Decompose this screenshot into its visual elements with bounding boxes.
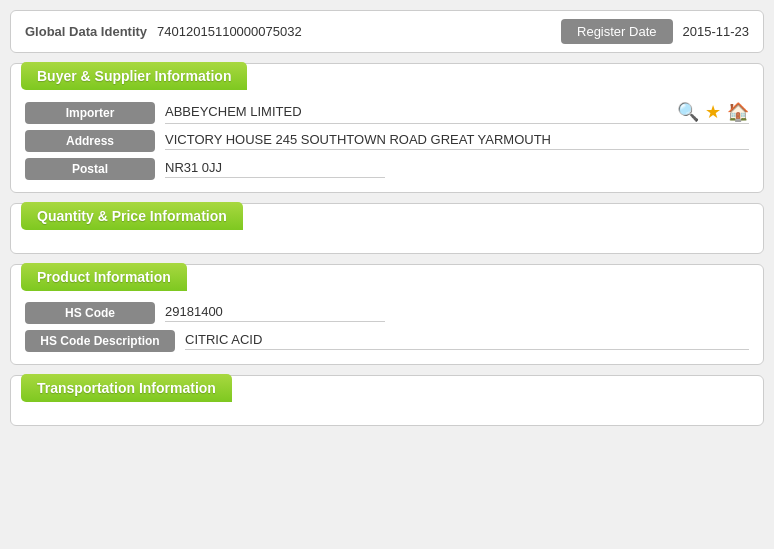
address-value: VICTORY HOUSE 245 SOUTHTOWN ROAD GREAT Y… — [165, 132, 749, 150]
hs-code-desc-value: CITRIC ACID — [185, 332, 749, 350]
hs-code-label: HS Code — [25, 302, 155, 324]
search-icon[interactable]: 🔍 — [677, 101, 699, 123]
hs-code-desc-label: HS Code Description — [25, 330, 175, 352]
transportation-title: Transportation Information — [37, 380, 216, 396]
page-wrapper: Global Data Identity 7401201511000007503… — [10, 10, 764, 426]
global-bar: Global Data Identity 7401201511000007503… — [10, 10, 764, 53]
global-data-label: Global Data Identity — [25, 24, 147, 39]
quantity-price-title: Quantity & Price Information — [37, 208, 227, 224]
quantity-price-section: Quantity & Price Information — [10, 203, 764, 254]
postal-label: Postal — [25, 158, 155, 180]
transportation-header: Transportation Information — [21, 374, 232, 402]
register-date-value: 2015-11-23 — [683, 24, 750, 39]
buyer-supplier-title: Buyer & Supplier Information — [37, 68, 231, 84]
transportation-tab: Transportation Information — [11, 376, 763, 403]
hs-code-value: 29181400 — [165, 304, 385, 322]
quantity-price-tab: Quantity & Price Information — [11, 204, 763, 231]
product-header: Product Information — [21, 263, 187, 291]
house-icon[interactable]: 🏠 — [727, 101, 749, 123]
quantity-price-header: Quantity & Price Information — [21, 202, 243, 230]
action-icons: 🔍 ★ 🏠 — [677, 101, 749, 123]
product-title: Product Information — [37, 269, 171, 285]
importer-label: Importer — [25, 102, 155, 124]
transportation-section: Transportation Information — [10, 375, 764, 426]
postal-row: Postal NR31 0JJ — [25, 158, 749, 180]
buyer-supplier-tab: Buyer & Supplier Information — [11, 64, 763, 91]
importer-row: Importer ABBEYCHEM LIMITED 🔍 ★ 🏠 — [25, 101, 749, 124]
address-label: Address — [25, 130, 155, 152]
register-date-button[interactable]: Register Date — [561, 19, 672, 44]
product-tab: Product Information — [11, 265, 763, 292]
hs-code-row: HS Code 29181400 — [25, 302, 749, 324]
star-icon[interactable]: ★ — [705, 101, 721, 123]
postal-value: NR31 0JJ — [165, 160, 385, 178]
buyer-supplier-section: Buyer & Supplier Information Importer AB… — [10, 63, 764, 193]
hs-code-desc-row: HS Code Description CITRIC ACID — [25, 330, 749, 352]
buyer-supplier-header: Buyer & Supplier Information — [21, 62, 247, 90]
importer-value: ABBEYCHEM LIMITED — [165, 104, 677, 121]
address-row: Address VICTORY HOUSE 245 SOUTHTOWN ROAD… — [25, 130, 749, 152]
global-data-value: 74012015110000075032 — [157, 24, 302, 39]
product-section: Product Information HS Code 29181400 HS … — [10, 264, 764, 365]
